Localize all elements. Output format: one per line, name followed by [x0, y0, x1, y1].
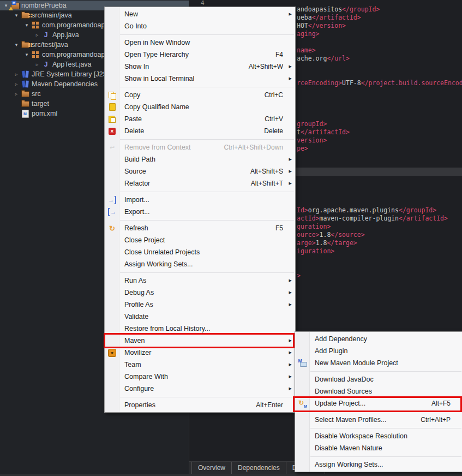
xml-tag-text: </artifactId>: [301, 128, 350, 136]
tree-item-label: target: [32, 100, 49, 108]
menu-item-team[interactable]: Team▶: [105, 359, 295, 371]
menu-item-maven[interactable]: Maven▶: [105, 335, 295, 347]
collapse-twistie-icon[interactable]: ▾: [23, 22, 30, 28]
menu-item-assign-working-sets[interactable]: Assign Working Sets...: [295, 459, 462, 471]
menu-item-copy-qualified-name[interactable]: Copy Qualified Name: [105, 101, 295, 113]
menu-item-label: Copy Qualified Name: [124, 103, 189, 111]
tree-item-label: com.programandoap: [42, 21, 105, 29]
code-line: ueba</artifactId>: [297, 14, 462, 22]
menu-item-add-plugin[interactable]: Add Plugin: [295, 345, 462, 357]
menu-item-label: Remove from Context: [124, 144, 191, 151]
xml-tag-text: >: [297, 272, 301, 279]
menu-item-debug-as[interactable]: Debug As▶: [105, 287, 295, 299]
xml-tag-text: groupId>: [297, 120, 327, 128]
menu-item-shortcut: F5: [275, 224, 295, 232]
menu-item-restore-from-local-history[interactable]: Restore from Local History...: [105, 323, 295, 335]
menu-item-open-in-new-window[interactable]: Open in New Window: [105, 37, 295, 49]
collapse-twistie-icon[interactable]: ▾: [13, 13, 20, 18]
menu-item-movilizer[interactable]: ◂▸Movilizer▶: [105, 347, 295, 359]
menu-item-compare-with[interactable]: Compare With▶: [105, 371, 295, 383]
menu-item-run-as[interactable]: Run As▶: [105, 275, 295, 287]
menu-item-refresh[interactable]: ↻RefreshF5: [105, 222, 295, 234]
tree-item-label: AppTest.java: [52, 61, 92, 68]
menu-item-label: Download JavaDoc: [315, 376, 374, 383]
code-line: pe>: [297, 145, 350, 153]
menu-separator: [120, 272, 294, 273]
menu-item-label: Export...: [124, 208, 150, 216]
menu-item-close-unrelated-projects[interactable]: Close Unrelated Projects: [105, 246, 295, 258]
xml-tag-text: pe>: [297, 145, 308, 152]
menu-item-properties[interactable]: PropertiesAlt+Enter: [105, 399, 295, 411]
tree-item-label: com.programandoap: [42, 51, 105, 58]
menu-item-source[interactable]: SourceAlt+Shift+S▶: [105, 165, 295, 177]
code-line: ache.org</url>: [297, 55, 462, 63]
menu-item-new[interactable]: New▶: [105, 8, 295, 20]
menu-item-shortcut: Alt+Enter: [256, 401, 295, 409]
menu-item-export[interactable]: →Export...: [105, 206, 295, 218]
menu-item-refactor[interactable]: RefactorAlt+Shift+T▶: [105, 177, 295, 189]
xml-value-text: org.apache.maven.plugins: [308, 206, 399, 214]
menu-item-profile-as[interactable]: Profile As▶: [105, 299, 295, 311]
pom-tab-overview[interactable]: Overview: [191, 462, 232, 474]
menu-item-paste[interactable]: PasteCtrl+V: [105, 113, 295, 125]
xml-tag-text: guration>: [297, 223, 331, 230]
expand-twistie-icon[interactable]: ▹: [34, 62, 40, 67]
menu-separator: [310, 456, 461, 457]
xml-tag-text: rceEncoding>: [297, 79, 342, 87]
menu-item-show-in-local-terminal[interactable]: Show in Local Terminal▶: [105, 73, 295, 85]
xml-value-text: HOT: [297, 22, 308, 29]
submenu-arrow-icon: ▶: [289, 157, 292, 162]
source-folder-icon: [20, 10, 31, 20]
menu-item-download-javadoc[interactable]: Download JavaDoc: [295, 373, 462, 385]
menu-item-disable-maven-nature[interactable]: Disable Maven Nature: [295, 442, 462, 454]
menu-item-assign-working-sets[interactable]: Assign Working Sets...: [105, 258, 295, 270]
menu-item-new-maven-module-project[interactable]: MNew Maven Module Project: [295, 357, 462, 369]
code-line: t</artifactId>: [297, 128, 350, 136]
menu-item-label: Profile As: [124, 301, 153, 308]
menu-item-label: Close Unrelated Projects: [124, 248, 200, 256]
folder-icon: [20, 99, 31, 109]
menu-item-go-into[interactable]: Go Into: [105, 20, 295, 32]
xml-tag-text: </source>: [331, 231, 364, 239]
menu-separator: [310, 428, 461, 429]
menu-item-show-in[interactable]: Show InAlt+Shift+W▶: [105, 61, 295, 73]
menu-item-validate[interactable]: Validate: [105, 311, 295, 323]
menu-item-configure[interactable]: Configure▶: [105, 383, 295, 395]
java-file-icon: J: [40, 30, 51, 40]
menu-item-label: Run As: [124, 277, 146, 284]
collapse-twistie-icon[interactable]: ▾: [13, 42, 20, 47]
menu-item-label: Download Sources: [315, 388, 372, 395]
code-line: ource>1.8</source>: [297, 231, 448, 239]
menu-item-close-project[interactable]: Close Project: [105, 234, 295, 246]
menu-item-label: Configure: [124, 385, 154, 392]
menu-item-label: Show in Local Terminal: [124, 75, 194, 82]
code-line: guration>: [297, 223, 448, 231]
expand-twistie-icon[interactable]: ▹: [13, 81, 20, 87]
project-context-menu: New▶Go IntoOpen in New WindowOpen Type H…: [104, 7, 296, 413]
menu-item-build-path[interactable]: Build Path▶: [105, 153, 295, 165]
xml-value-text: t: [297, 128, 301, 136]
menu-item-update-project[interactable]: ↻MUpdate Project...Alt+F5: [295, 397, 462, 409]
menu-item-download-sources[interactable]: Download Sources: [295, 385, 462, 397]
menu-item-label: Assign Working Sets...: [124, 260, 193, 268]
menu-item-select-maven-profiles[interactable]: Select Maven Profiles...Ctrl+Alt+P: [295, 414, 462, 426]
expand-twistie-icon[interactable]: ▹: [13, 72, 20, 77]
tree-item-label: src: [32, 90, 41, 98]
pom-tab-dependencies[interactable]: Dependencies: [232, 462, 286, 474]
code-block: >: [297, 272, 301, 280]
menu-item-remove-from-context[interactable]: ↩Remove from ContextCtrl+Alt+Shift+Down: [105, 141, 295, 153]
copy-icon: [105, 92, 119, 99]
expand-twistie-icon[interactable]: ▹: [13, 91, 20, 97]
submenu-arrow-icon: ▶: [289, 12, 292, 16]
menu-item-disable-workspace-resolution[interactable]: Disable Workspace Resolution: [295, 430, 462, 442]
menu-item-copy[interactable]: CopyCtrl+C: [105, 89, 295, 101]
menu-item-open-type-hierarchy[interactable]: Open Type HierarchyF4: [105, 49, 295, 61]
collapse-twistie-icon[interactable]: ▾: [23, 52, 30, 57]
tree-item-label: src/main/java: [32, 11, 72, 19]
expand-twistie-icon[interactable]: ▹: [34, 32, 40, 38]
menu-item-import[interactable]: →Import...: [105, 194, 295, 206]
package-icon: [30, 50, 41, 59]
menu-item-label: Disable Maven Nature: [315, 444, 382, 452]
menu-item-delete[interactable]: ×DeleteDelete: [105, 125, 295, 137]
menu-item-add-dependency[interactable]: Add Dependency: [295, 333, 462, 345]
